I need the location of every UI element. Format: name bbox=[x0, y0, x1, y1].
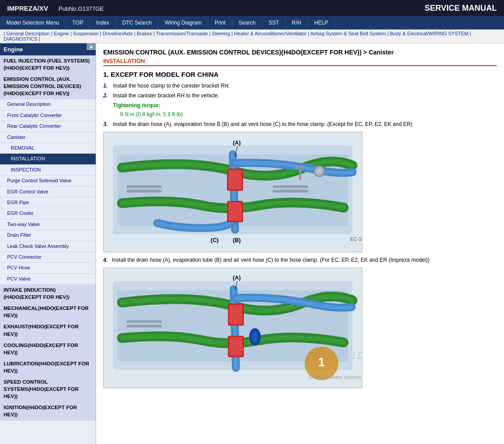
vehicle-model: IMPREZA/XV bbox=[7, 4, 48, 12]
nav-rh[interactable]: R/H bbox=[286, 16, 308, 29]
sidebar-item-cooling[interactable]: COOLING(H4DO(EXCEPT FOR HEV)) bbox=[0, 340, 96, 358]
torque-value: 8 N·m (0.8 kgf-m, 5.9 ft-lb) bbox=[120, 111, 183, 117]
diagram-2: (A) 1 LDiF Sharing creates success bbox=[103, 268, 362, 388]
sidebar-item-pcv-connector[interactable]: PCV Connector bbox=[0, 252, 96, 263]
header-right: SERVICE MANUAL bbox=[424, 4, 497, 13]
svg-text:EC-10597: EC-10597 bbox=[350, 236, 362, 242]
breadcrumb-brakes[interactable]: Brakes bbox=[137, 31, 152, 36]
step-4-container: 4. Install the drain hose (A), evaporati… bbox=[103, 257, 497, 263]
sidebar-item-rear-catalytic[interactable]: Rear Catalytic Converter bbox=[0, 121, 96, 132]
step-torque: Tightening torque: 8 N·m (0.8 kgf-m, 5.9… bbox=[113, 102, 497, 117]
svg-rect-28 bbox=[229, 337, 243, 356]
svg-text:Sharing creates success: Sharing creates success bbox=[308, 374, 361, 380]
svg-point-8 bbox=[317, 168, 322, 174]
sidebar-scroll-up[interactable]: ▲ bbox=[87, 43, 96, 50]
step-2-num: 2. bbox=[103, 92, 110, 99]
steps-list: 1. Install the hose clamp to the caniste… bbox=[103, 83, 497, 127]
nav-index[interactable]: Index bbox=[90, 16, 116, 29]
sidebar-item-drain-filter[interactable]: Drain Filter bbox=[0, 230, 96, 241]
sidebar-item-leak-check[interactable]: Leak Check Valve Assembly bbox=[0, 241, 96, 252]
header-left: IMPREZA/XV PubNo.G1377GE bbox=[7, 4, 104, 12]
sidebar-item-lubrication[interactable]: LUBRICATION(H4DO(EXCEPT FOR HEV)) bbox=[0, 358, 96, 377]
manual-title: SERVICE MANUAL bbox=[424, 4, 497, 13]
breadcrumb-suspension[interactable]: Suspension bbox=[73, 31, 99, 36]
nav-wiring-diagram[interactable]: Wiring Diagram bbox=[159, 16, 209, 29]
breadcrumb-body[interactable]: Body & Electrical/WIRING SYSTEM bbox=[390, 31, 468, 36]
svg-text:LDiF: LDiF bbox=[353, 351, 362, 360]
sidebar-item-egr-pipe[interactable]: EGR Pipe bbox=[0, 197, 96, 208]
step-header: 1. EXCEPT FOR MODEL FOR CHINA bbox=[103, 71, 497, 78]
sidebar-item-front-catalytic[interactable]: Front Catalytic Converter bbox=[0, 110, 96, 121]
step-4-text: Install the drain hose (A), evaporation … bbox=[112, 257, 429, 263]
sidebar-item-speed-control[interactable]: SPEED CONTROL SYSTEMS(H4DO(EXCEPT FOR HE… bbox=[0, 377, 96, 402]
breadcrumb-steering[interactable]: Steering bbox=[212, 31, 230, 36]
breadcrumb-driveline[interactable]: Driveline/Axle bbox=[103, 31, 133, 36]
svg-rect-6 bbox=[228, 202, 242, 221]
sidebar-item-inspection[interactable]: INSPECTION bbox=[0, 165, 96, 176]
sidebar-item-fuel-injection[interactable]: FUEL INJECTION (FUEL SYSTEMS)(H4DO(EXCEP… bbox=[0, 55, 96, 74]
breadcrumb-airbag[interactable]: Airbag System & Seat Belt System bbox=[310, 31, 386, 36]
svg-rect-4 bbox=[228, 170, 242, 189]
nav-model-selection[interactable]: Model Selection Menu bbox=[0, 16, 66, 29]
svg-rect-9 bbox=[295, 165, 304, 169]
step-3-text: Install the drain hose (A), evaporation … bbox=[113, 121, 412, 127]
sidebar-item-egr-cooler[interactable]: EGR Cooler bbox=[0, 208, 96, 219]
step-1-text: Install the hose clamp to the canister b… bbox=[113, 83, 230, 89]
sidebar-item-egr-control[interactable]: EGR Control Valve bbox=[0, 187, 96, 197]
sidebar-item-emission-control[interactable]: EMISSION CONTROL (AUX. EMISSION CONTROL … bbox=[0, 74, 96, 99]
sidebar-item-mechanical[interactable]: MECHANICAL(H4DO(EXCEPT FOR HEV)) bbox=[0, 303, 96, 321]
nav-sst[interactable]: SST bbox=[262, 16, 286, 29]
step-3: 3. Install the drain hose (A), evaporati… bbox=[103, 121, 497, 127]
diagram-1: (A) EC-10597 (C) (B) bbox=[103, 132, 362, 252]
sidebar-item-intake[interactable]: INTAKE (INDUCTION)(H4DO(EXCEPT FOR HEV)) bbox=[0, 285, 96, 303]
torque-label: Tightening torque: bbox=[113, 102, 160, 109]
breadcrumb-engine[interactable]: Engine bbox=[54, 31, 69, 36]
nav-top[interactable]: TOP bbox=[66, 16, 90, 29]
breadcrumb-transmission[interactable]: Transmission/Transaxle bbox=[156, 31, 208, 36]
sidebar-item-removal[interactable]: REMOVAL bbox=[0, 143, 96, 154]
svg-text:(A): (A) bbox=[233, 274, 241, 281]
sidebar-item-canister[interactable]: Canister bbox=[0, 132, 96, 143]
sidebar-item-pcv-valve[interactable]: PCV Valve bbox=[0, 274, 96, 285]
page-title: EMISSION CONTROL (AUX. EMISSION CONTROL … bbox=[103, 49, 497, 56]
step-4-num: 4. bbox=[103, 257, 108, 263]
sidebar: Engine ▲ FUEL INJECTION (FUEL SYSTEMS)(H… bbox=[0, 43, 96, 444]
svg-text:(C): (C) bbox=[210, 237, 218, 243]
sidebar-item-installation[interactable]: INSTALLATION bbox=[0, 154, 96, 164]
svg-point-24 bbox=[252, 331, 258, 342]
step-1: 1. Install the hose clamp to the caniste… bbox=[103, 83, 497, 89]
nav-print[interactable]: Print bbox=[208, 16, 232, 29]
step-2: 2. Install the canister bracket RH to th… bbox=[103, 92, 497, 99]
svg-rect-26 bbox=[229, 305, 243, 324]
svg-text:1: 1 bbox=[318, 355, 325, 369]
main-content: EMISSION CONTROL (AUX. EMISSION CONTROL … bbox=[96, 43, 504, 444]
svg-rect-32 bbox=[126, 325, 162, 327]
sidebar-item-two-way-valve[interactable]: Two-way Valve bbox=[0, 219, 96, 230]
sidebar-item-general-description[interactable]: General Description bbox=[0, 99, 96, 110]
svg-text:(A): (A) bbox=[233, 139, 241, 146]
navbar: Model Selection Menu TOP Index DTC Searc… bbox=[0, 16, 504, 29]
svg-rect-10 bbox=[299, 169, 301, 180]
sidebar-item-purge-control[interactable]: Purge Control Solenoid Valve bbox=[0, 176, 96, 186]
breadcrumb-general[interactable]: General Description bbox=[6, 31, 50, 36]
header: IMPREZA/XV PubNo.G1377GE SERVICE MANUAL bbox=[0, 0, 504, 16]
svg-rect-17 bbox=[126, 190, 162, 193]
section-title: INSTALLATION bbox=[103, 58, 497, 66]
breadcrumb-heater[interactable]: Heater & Airconditioner/Ventilator bbox=[234, 31, 307, 36]
sidebar-item-pcv-hose[interactable]: PCV Hose bbox=[0, 263, 96, 273]
breadcrumb-diagnostics[interactable]: DIAGNOSTICS bbox=[4, 36, 38, 42]
nav-search[interactable]: Search bbox=[232, 16, 262, 29]
svg-rect-18 bbox=[273, 185, 308, 188]
svg-rect-16 bbox=[126, 185, 162, 188]
breadcrumb: | General Description | Engine | Suspens… bbox=[0, 29, 504, 43]
svg-text:(B): (B) bbox=[233, 237, 241, 243]
step-2-text: Install the canister bracket RH to the v… bbox=[113, 92, 219, 99]
sidebar-item-ignition[interactable]: IGNITION(H4DO(EXCEPT FOR HEV)) bbox=[0, 402, 96, 420]
nav-dtc-search[interactable]: DTC Search bbox=[116, 16, 159, 29]
svg-rect-31 bbox=[126, 320, 162, 323]
layout: Engine ▲ FUEL INJECTION (FUEL SYSTEMS)(H… bbox=[0, 43, 504, 444]
svg-rect-19 bbox=[273, 190, 308, 193]
nav-help[interactable]: HELP bbox=[308, 16, 335, 29]
sidebar-item-exhaust[interactable]: EXHAUST(H4DO(EXCEPT FOR HEV)) bbox=[0, 321, 96, 339]
step-3-num: 3. bbox=[103, 121, 110, 127]
